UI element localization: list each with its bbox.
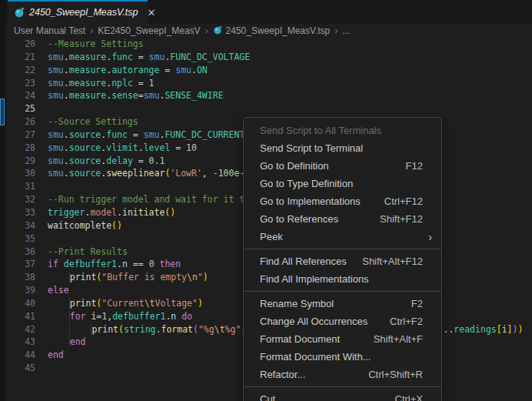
menu-item-shortcut: F2 — [411, 298, 423, 309]
breadcrumb-separator-icon: › — [90, 25, 93, 36]
line-number[interactable]: 40 — [6, 297, 35, 310]
menu-item-format-document[interactable]: Format DocumentShift+Alt+F — [244, 330, 441, 348]
code-text: print("Current\tVoltage") — [48, 297, 203, 310]
indent-guide — [48, 324, 70, 335]
breadcrumb-separator-icon: › — [205, 25, 208, 36]
line-number[interactable]: 34 — [6, 219, 35, 232]
code-text: --Source Settings — [48, 115, 138, 129]
line-number[interactable]: 45 — [6, 362, 35, 375]
line-number[interactable]: 22 — [6, 64, 35, 77]
line-number[interactable]: 21 — [6, 51, 35, 64]
code-line-20[interactable]: 20--Measure Settings — [6, 38, 532, 51]
line-number[interactable]: 30 — [6, 167, 35, 180]
menu-item-label: Rename Symbol — [260, 298, 411, 309]
context-menu-items: Send Script to All TerminalsSend Script … — [244, 122, 441, 401]
menu-item-shortcut: F12 — [406, 160, 423, 172]
menu-item-shortcut: Shift+Alt+F — [374, 333, 423, 345]
line-number[interactable]: 43 — [6, 336, 35, 349]
indent-guide — [48, 311, 70, 322]
code-text: for i=1,defbuffer1.n do — [48, 310, 192, 323]
line-number[interactable]: 38 — [6, 271, 35, 284]
menu-separator — [244, 249, 441, 249]
menu-item-label: Format Document With... — [260, 351, 432, 363]
close-icon[interactable]: ✕ — [146, 7, 158, 18]
menu-item-label: Peek — [260, 231, 428, 242]
line-number[interactable]: 29 — [6, 155, 35, 168]
line-number[interactable]: 28 — [6, 142, 35, 155]
line-number[interactable]: 37 — [6, 258, 35, 271]
menu-item-cut[interactable]: CutCtrl+X — [244, 390, 441, 401]
menu-item-label: Find All Implementations — [260, 273, 432, 285]
left-scroll-indicator[interactable] — [0, 99, 5, 125]
line-number[interactable]: 33 — [6, 206, 35, 219]
code-line-24[interactable]: 24smu.measure.sense=smu.SENSE_4WIRE — [6, 89, 532, 102]
line-number[interactable]: 31 — [6, 180, 35, 193]
code-text: --Run trigger model and wait for it t — [48, 193, 244, 206]
code-text: smu.measure.func = smu.FUNC_DC_VOLTAGE — [48, 51, 250, 64]
line-number[interactable]: 25 — [6, 102, 35, 115]
menu-item-refactor[interactable]: Refactor...Ctrl+Shift+R — [244, 366, 441, 383]
breadcrumb-separator-icon: › — [334, 25, 337, 36]
vscode-window: 2450_SweepI_MeasV.tsp ✕ User Manual Test… — [0, 0, 532, 401]
menu-item-find-all-implementations[interactable]: Find All Implementations — [244, 270, 441, 288]
menu-item-label: Cut — [260, 393, 395, 401]
code-text: end — [48, 336, 85, 349]
code-line-22[interactable]: 22smu.measure.autorange = smu.ON — [6, 64, 532, 77]
menu-item-label: Format Document — [260, 333, 374, 345]
menu-item-go-to-references[interactable]: Go to ReferencesShift+F12 — [244, 210, 441, 228]
line-number[interactable]: 23 — [6, 77, 35, 90]
breadcrumb-item[interactable]: KE2450_SweepI_MeasV — [98, 25, 200, 36]
menu-item-label: Go to Implementations — [260, 195, 384, 207]
code-text: --Measure Settings — [48, 38, 144, 51]
code-line-21[interactable]: 21smu.measure.func = smu.FUNC_DC_VOLTAGE — [6, 51, 532, 64]
menu-item-shortcut: Shift+Alt+F12 — [362, 256, 423, 267]
chevron-right-icon: › — [428, 231, 432, 243]
code-text: smu.source.sweeplinear('LowR', -100e- — [48, 167, 244, 180]
indent-guide — [48, 336, 70, 347]
menu-item-find-all-references[interactable]: Find All ReferencesShift+Alt+F12 — [244, 252, 441, 270]
line-number[interactable]: 42 — [6, 323, 35, 336]
line-number[interactable]: 36 — [6, 246, 35, 259]
line-number[interactable]: 39 — [6, 284, 35, 297]
code-text: if defbuffer1.n == 0 then — [48, 258, 181, 271]
line-number[interactable]: 26 — [6, 115, 35, 129]
line-number[interactable]: 24 — [6, 89, 35, 102]
code-text: smu.measure.autorange = smu.ON — [48, 64, 208, 77]
context-menu: Send Script to All TerminalsSend Script … — [243, 117, 442, 401]
menu-item-label: Change All Occurrences — [260, 316, 390, 327]
code-line-25[interactable]: 25 — [6, 102, 532, 115]
menu-item-go-to-implementations[interactable]: Go to ImplementationsCtrl+F12 — [244, 192, 441, 210]
menu-item-format-document-with[interactable]: Format Document With... — [244, 348, 441, 366]
menu-item-shortcut: Ctrl+F2 — [390, 316, 423, 327]
breadcrumb-item[interactable]: ... — [342, 25, 350, 36]
line-number[interactable]: 41 — [6, 310, 35, 323]
menu-item-change-all-occurrences[interactable]: Change All OccurrencesCtrl+F2 — [244, 312, 441, 330]
menu-item-go-to-definition[interactable]: Go to DefinitionF12 — [244, 157, 441, 175]
menu-item-label: Go to Type Definition — [260, 178, 432, 189]
code-text: --Print Results — [48, 246, 128, 259]
line-number[interactable]: 35 — [6, 232, 35, 246]
breadcrumb-item[interactable]: User Manual Test — [14, 25, 85, 36]
code-text: smu.measure.nplc = 1 — [48, 77, 155, 90]
tab-bar: 2450_SweepI_MeasV.tsp ✕ — [6, 0, 532, 23]
code-text: trigger.model.initiate() — [48, 206, 175, 219]
tab-2450-sweepi-measv[interactable]: 2450_SweepI_MeasV.tsp ✕ — [8, 0, 148, 23]
code-text: smu.source.vlimit.level = 10 — [48, 142, 197, 155]
menu-item-shortcut: Ctrl+F12 — [384, 195, 423, 207]
line-number[interactable]: 32 — [6, 193, 35, 206]
line-number[interactable]: 27 — [6, 129, 35, 142]
menu-item-rename-symbol[interactable]: Rename SymbolF2 — [244, 295, 441, 312]
code-text: print("Buffer is empty\n") — [48, 271, 208, 284]
menu-item-label: Send Script to All Terminals — [260, 125, 432, 136]
menu-item-peek[interactable]: Peek› — [244, 228, 441, 246]
line-number[interactable]: 44 — [6, 349, 35, 362]
menu-item-send-script-to-terminal[interactable]: Send Script to Terminal — [244, 139, 441, 157]
line-number[interactable]: 20 — [6, 38, 35, 51]
indent-guide — [48, 298, 70, 309]
breadcrumb-item[interactable]: 2450_SweepI_MeasV.tsp — [213, 25, 331, 36]
menu-item-go-to-type-definition[interactable]: Go to Type Definition — [244, 175, 441, 192]
code-text: waitcomplete() — [48, 219, 122, 232]
code-line-23[interactable]: 23smu.measure.nplc = 1 — [6, 77, 532, 90]
menu-item-label: Refactor... — [260, 369, 368, 380]
breadcrumb: User Manual Test›KE2450_SweepI_MeasV›245… — [6, 23, 532, 38]
